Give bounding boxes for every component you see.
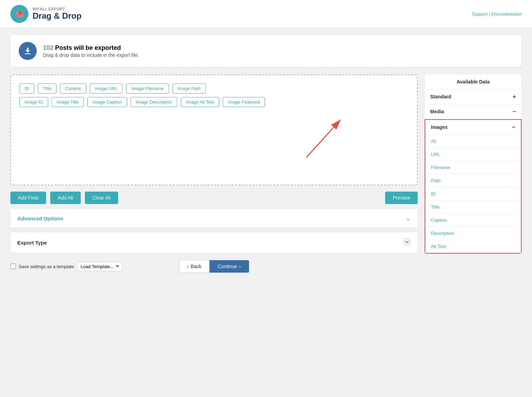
standard-section: Standard + [425,89,522,104]
sidebar-item-all[interactable]: All [425,134,521,148]
save-template-label: Save settings as a template [19,264,74,269]
field-tag-image-url[interactable]: Image URL [90,83,123,94]
back-label: Back [190,264,201,269]
sidebar-item-alt-text[interactable]: Alt Text [425,240,521,253]
nav-buttons: ‹ Back Continue › [179,260,249,273]
layout: ID Title Content Image URL Image Filenam… [10,74,522,280]
chevron-down-circle-icon [403,238,411,247]
logo-subtitle: WP ALL EXPORT [33,7,81,11]
images-toggle-icon: − [512,124,515,130]
continue-button[interactable]: Continue › [210,260,249,273]
header: 🐙 WP ALL EXPORT Drag & Drop Support | Do… [0,0,532,28]
drop-zone[interactable]: ID Title Content Image URL Image Filenam… [10,74,418,185]
sidebar-item-id[interactable]: ID [425,187,521,200]
download-icon [23,46,33,56]
export-type-header[interactable]: Export Type [10,232,418,253]
title-suffix: Posts will be exported [53,44,121,51]
media-label: Media [430,109,444,114]
chevron-down-icon: ⌄ [406,214,411,222]
field-row-1: ID Title Content Image URL Image Filenam… [19,83,409,94]
main-content: 102 Posts will be exported Drag & drop d… [0,28,532,287]
media-section-header[interactable]: Media − [425,104,522,119]
field-tag-image-description[interactable]: Image Description [131,97,177,107]
standard-toggle-icon: + [512,94,516,100]
field-tag-image-path[interactable]: Image Path [172,83,206,94]
drag-drop-panel: ID Title Content Image URL Image Filenam… [10,74,418,280]
support-link[interactable]: Support [472,11,488,17]
sidebar-item-filename[interactable]: Filename [425,161,521,174]
info-text: 102 Posts will be exported Drag & drop d… [43,44,139,58]
field-tag-image-alt-text[interactable]: Image Alt Text [181,97,219,107]
field-tag-image-filename[interactable]: Image Filename [126,83,169,94]
download-icon-circle [19,42,37,60]
export-description: Drag & drop data to include in the expor… [43,52,139,58]
right-arrow-icon: › [239,264,241,269]
action-buttons: Add Field Add All Clear All Preview [10,192,418,204]
save-template-checkbox[interactable] [10,264,16,269]
logo-icon: 🐙 [10,5,28,23]
bottom-bar: Save settings as a template Load Templat… [10,253,418,280]
sidebar-item-url[interactable]: URL [425,148,521,161]
advanced-options-title: Advanced Options [17,215,63,221]
standard-label: Standard [430,94,451,99]
media-toggle-icon: − [512,108,516,115]
advanced-options-header[interactable]: Advanced Options ⌄ [10,209,418,228]
field-tag-content[interactable]: Content [60,83,86,94]
documentation-link[interactable]: Documentation [491,11,522,17]
left-arrow-icon: ‹ [187,264,189,269]
export-type-title: Export Type [17,240,47,246]
export-count-title: 102 Posts will be exported [43,44,139,52]
available-data-box: Available Data Standard + Media − [425,74,522,254]
field-tag-image-featured[interactable]: Image Featured [223,97,265,107]
field-row-2: Image ID Image Title Image Caption Image… [19,97,409,107]
back-button[interactable]: ‹ Back [179,260,210,273]
standard-section-header[interactable]: Standard + [425,89,522,104]
logo-text: WP ALL EXPORT Drag & Drop [33,7,81,21]
info-banner: 102 Posts will be exported Drag & drop d… [10,35,522,67]
sidebar-panel: Available Data Standard + Media − [425,74,522,254]
advanced-options-section: Advanced Options ⌄ [10,209,418,228]
field-tag-image-title[interactable]: Image Title [52,97,84,107]
svg-point-4 [404,238,410,245]
save-template-area: Save settings as a template Load Templat… [10,262,122,271]
logo-area: 🐙 WP ALL EXPORT Drag & Drop [10,5,81,23]
field-tag-image-caption[interactable]: Image Caption [87,97,127,107]
logo-title: Drag & Drop [33,11,81,21]
available-data-title: Available Data [425,74,522,89]
field-tag-id[interactable]: ID [19,83,34,94]
add-all-button[interactable]: Add All [50,192,81,204]
preview-button[interactable]: Preview [385,192,418,204]
divider: | [489,11,490,17]
field-tag-image-id[interactable]: Image ID [19,97,48,107]
continue-label: Continue [218,264,237,269]
images-label: Images [431,124,447,130]
header-links: Support | Documentation [472,11,522,17]
field-tag-title[interactable]: Title [38,83,56,94]
images-section: Images − All URL Filename Path ID Title … [425,119,522,254]
clear-all-button[interactable]: Clear All [85,192,118,204]
export-type-section: Export Type [10,232,418,253]
media-section: Media − [425,104,522,119]
add-field-button[interactable]: Add Field [10,192,46,204]
sidebar-item-caption[interactable]: Caption [425,213,521,227]
images-section-header[interactable]: Images − [425,120,521,134]
svg-line-3 [307,120,341,157]
post-count: 102 [43,44,53,51]
svg-text:🐙: 🐙 [15,9,25,18]
sidebar-item-title[interactable]: Title [425,200,521,213]
sidebar-item-path[interactable]: Path [425,174,521,187]
sidebar-item-description[interactable]: Description [425,227,521,240]
load-template-select[interactable]: Load Template... [77,262,122,271]
